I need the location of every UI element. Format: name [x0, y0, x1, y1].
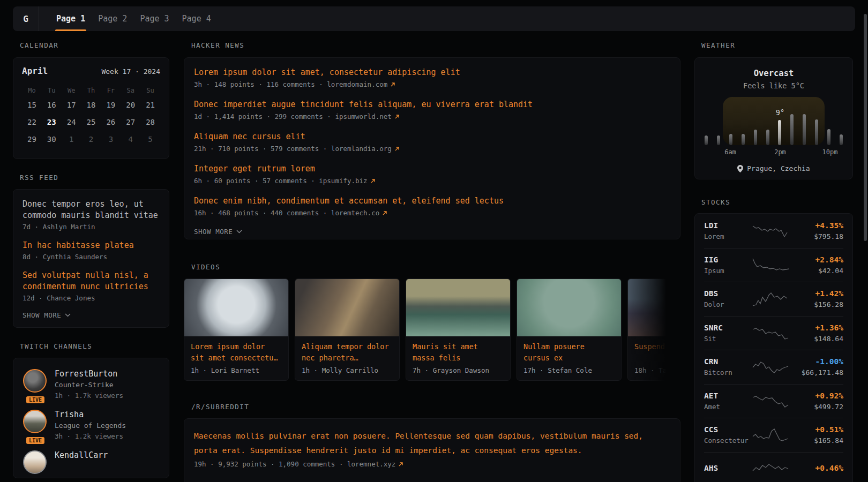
hackernews-item-title[interactable]: Lorem ipsum dolor sit amet, consectetur … — [194, 67, 670, 78]
stock-row[interactable]: CRN Bitcorn -1.00% $66,171.48 — [704, 350, 843, 384]
weather-hourly-chart: 9° — [704, 97, 844, 145]
video-card-body: Suspendisse diam 18h · Tara — [628, 336, 680, 380]
stock-change: +0.92% — [814, 391, 843, 401]
calendar-day: 22 — [22, 114, 42, 131]
rss-show-more-button[interactable]: SHOW MORE — [23, 311, 160, 319]
rss-item-meta: 12d · Chance Jones — [23, 293, 160, 303]
stock-values: -1.00% $66,171.48 — [802, 357, 843, 377]
hackernews-item-meta-text: 16h · 468 points · 440 comments · loremt… — [194, 208, 379, 218]
twitch-channel-name: KendallCarr — [55, 450, 108, 461]
video-title: Suspendisse diam — [634, 341, 680, 364]
hackernews-item: Integer eget rutrum lorem 6h · 60 points… — [194, 163, 670, 186]
avatar — [23, 410, 47, 433]
weather-condition: Overcast — [695, 69, 852, 78]
subreddit-widget-title: /R/SUBREDDIT — [191, 403, 680, 411]
twitch-channel-row[interactable]: LIVE ForrestBurton Counter-Strike 1h · 1… — [23, 369, 159, 401]
calendar-day: 15 — [22, 97, 42, 114]
hackernews-item-meta: 1d · 1,414 points · 299 comments · ipsum… — [194, 111, 670, 122]
stock-row[interactable]: DBS Dolor +1.42% $156.28 — [704, 282, 843, 316]
stock-row[interactable]: CCS Consectetur +0.51% $165.84 — [704, 418, 843, 452]
stock-change: +0.46% — [815, 463, 843, 473]
stock-price: $66,171.48 — [802, 368, 843, 377]
left-column: CALENDAR April Week 17 · 2024 Mo Tu We T… — [13, 0, 169, 478]
video-card[interactable]: Aliquam tempor dolor nec pharetra… 1h · … — [295, 278, 400, 381]
hackernews-item-meta: 6h · 60 points · 57 comments · ipsumify.… — [194, 176, 670, 186]
video-thumbnail — [517, 279, 621, 336]
avatar — [23, 369, 47, 393]
calendar-day-next-month: 3 — [101, 131, 121, 148]
video-title: Lorem ipsum dolor sit amet consectetu… — [191, 341, 282, 364]
chevron-down-icon — [236, 230, 242, 234]
calendar-day: 28 — [140, 114, 160, 131]
calendar-week-info: Week 17 · 2024 — [101, 67, 160, 76]
calendar-day: 30 — [42, 131, 62, 148]
scrollbar-thumb[interactable] — [864, 14, 867, 241]
weather-bar — [790, 114, 794, 145]
calendar-day: 27 — [121, 114, 140, 131]
rss-item-title[interactable]: Donec tempor eros leo, ut commodo mauris… — [23, 199, 160, 221]
subreddit-post-title[interactable]: Maecenas mollis pulvinar erat non posuer… — [194, 429, 670, 458]
stock-price: $156.28 — [814, 300, 843, 309]
stock-row[interactable]: SNRC Sit +1.36% $148.64 — [704, 316, 843, 350]
rss-widget-title: RSS FEED — [20, 174, 169, 182]
avatar — [23, 450, 47, 474]
hackernews-item-title[interactable]: Donec enim nibh, condimentum et accumsan… — [194, 195, 670, 207]
hackernews-item-title[interactable]: Donec imperdiet augue tincidunt felis al… — [194, 99, 670, 110]
weather-time-label: 2pm — [774, 148, 786, 156]
stock-change: +4.35% — [814, 221, 843, 230]
hackernews-show-more-button[interactable]: SHOW MORE — [194, 228, 670, 236]
video-card[interactable]: Nullam posuere cursus ex 17h · Stefan Co… — [517, 278, 622, 381]
video-title: Mauris sit amet massa felis — [413, 341, 504, 364]
stock-name: Amet — [704, 402, 751, 411]
video-card[interactable]: Suspendisse diam 18h · Tara — [627, 278, 680, 381]
stock-name: Consectetur — [704, 436, 751, 445]
external-link-icon — [370, 178, 376, 184]
stock-values: +1.42% $156.28 — [814, 289, 843, 309]
hackernews-item-title[interactable]: Integer eget rutrum lorem — [194, 163, 670, 175]
stock-sparkline — [751, 257, 791, 274]
weather-bar — [815, 119, 818, 145]
stock-price: $795.18 — [814, 232, 843, 241]
twitch-channel-row[interactable]: KendallCarr — [23, 450, 159, 474]
stock-row[interactable]: AET Amet +0.92% $499.72 — [704, 384, 843, 418]
right-column: WEATHER Overcast Feels like 5°C 9° — [694, 0, 853, 482]
weather-bar-current — [778, 120, 781, 145]
stock-id: AHS — [704, 463, 751, 475]
twitch-channel-row[interactable]: LIVE Trisha League of Legends 3h · 1.2k … — [23, 410, 159, 441]
stocks-widget: LDI Lorem +4.35% $795.18 IIG Ipsum +2.84… — [694, 213, 853, 482]
twitch-widget: LIVE ForrestBurton Counter-Strike 1h · 1… — [13, 358, 169, 478]
stock-row[interactable]: LDI Lorem +4.35% $795.18 — [704, 214, 843, 248]
video-card-body: Lorem ipsum dolor sit amet consectetu… 1… — [184, 336, 288, 380]
video-card-body: Mauris sit amet massa felis 7h · Grayson… — [406, 336, 510, 380]
hackernews-item-meta: 16h · 468 points · 440 comments · loremt… — [194, 208, 670, 218]
stock-sparkline — [751, 358, 791, 375]
rss-item-title[interactable]: In hac habitasse platea — [23, 240, 160, 251]
calendar-dow: Mo — [22, 85, 42, 96]
hackernews-item-title[interactable]: Aliquam nec cursus elit — [194, 131, 670, 142]
stock-row[interactable]: IIG Ipsum +2.84% $42.04 — [704, 248, 843, 282]
video-meta: 18h · Tara — [634, 366, 680, 374]
stock-price: $148.64 — [814, 334, 843, 343]
videos-row: Lorem ipsum dolor sit amet consectetu… 1… — [184, 278, 680, 381]
calendar-day-next-month: 4 — [121, 131, 140, 148]
video-card[interactable]: Lorem ipsum dolor sit amet consectetu… 1… — [184, 278, 289, 381]
external-link-icon — [390, 82, 395, 87]
stock-sparkline — [751, 393, 791, 410]
stock-row[interactable]: AHS +0.46% — [704, 452, 843, 482]
rss-item-title[interactable]: Sed volutpat nulla nisl, a condimentum n… — [23, 270, 160, 292]
stocks-widget-title: STOCKS — [701, 198, 853, 206]
live-badge: LIVE — [25, 436, 46, 445]
stock-symbol: DBS — [704, 289, 751, 298]
rss-item: In hac habitasse platea 8d · Cynthia Sau… — [23, 240, 160, 262]
weather-bar — [803, 114, 806, 145]
stock-price: $42.04 — [815, 266, 843, 275]
video-card[interactable]: Mauris sit amet massa felis 7h · Grayson… — [406, 278, 511, 381]
calendar-dow: Tu — [42, 85, 62, 96]
calendar-day-next-month: 5 — [140, 131, 160, 148]
calendar-day: 16 — [42, 97, 62, 114]
calendar-dow: Fr — [101, 85, 121, 96]
external-link-icon — [398, 462, 403, 467]
twitch-avatar-wrap — [23, 450, 48, 474]
weather-bar — [729, 134, 732, 145]
weather-time-axis: 6am 2pm 10pm — [704, 148, 844, 157]
